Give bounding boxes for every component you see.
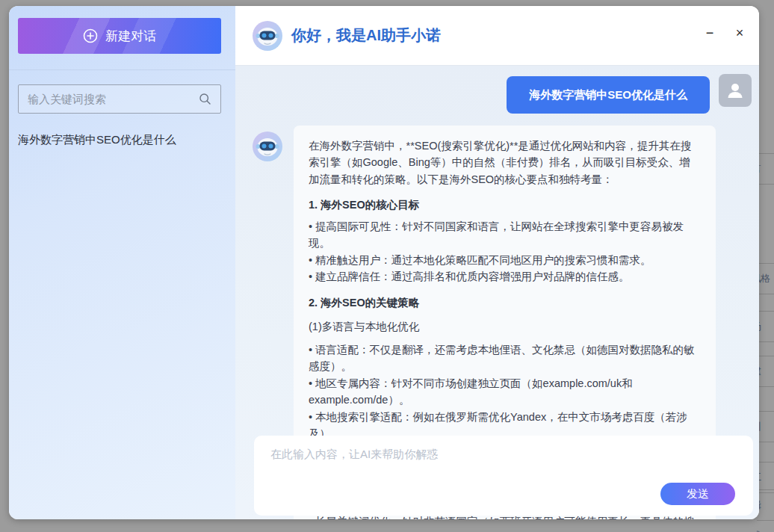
user-message-bubble: 海外数字营销中SEO优化是什么 (507, 76, 710, 114)
background-text-fragment: 工 (757, 462, 774, 493)
chat-body: 海外数字营销中SEO优化是什么 (235, 66, 759, 519)
background-text-fragment: 辑 (757, 489, 774, 521)
search-box (18, 84, 221, 114)
ai-message-bullet: 提高国际可见性：针对不同国家和语言，让网站在全球搜索引擎中更容易被发现。 (309, 218, 701, 252)
search-icon (199, 93, 211, 105)
message-input[interactable] (254, 436, 753, 479)
conversation-list: 海外数字营销中SEO优化是什么 (9, 126, 235, 155)
ai-message-bullet: 语言适配：不仅是翻译，还需考虑本地俚语、文化禁忌（如德国对数据隐私的敏感度）。 (309, 341, 701, 375)
ai-message-h: 2. 海外SEO的关键策略 (309, 294, 701, 311)
background-text-fragment: 训 (757, 411, 774, 442)
sidebar: 新建对话 海外数字营销中SEO优化是什么 (9, 6, 235, 519)
background-text-fragment: 建 (757, 356, 774, 387)
ai-message-p: 在海外数字营销中，**SEO(搜索引擎优化)**是通过优化网站和内容，提升其在搜… (309, 137, 701, 188)
ai-message-sub: (1)多语言与本地化优化 (309, 318, 701, 335)
background-text-fragment: 风格 (757, 263, 774, 294)
conversation-list-item[interactable]: 海外数字营销中SEO优化是什么 (9, 126, 235, 155)
person-icon (724, 79, 746, 102)
background-text-fragment: 汤 (757, 311, 774, 342)
assistant-avatar-icon (253, 21, 282, 51)
window-controls: − × (701, 24, 749, 42)
user-avatar (719, 74, 752, 107)
new-chat-button[interactable]: 新建对话 (18, 18, 221, 54)
background-text-fragment: 言 (757, 153, 774, 185)
chat-header: 你好，我是AI助手小诺 − × (235, 6, 759, 66)
new-chat-label: 新建对话 (105, 28, 156, 45)
ai-message-bullet: 建立品牌信任：通过高排名和优质内容增强用户对品牌的信任感。 (309, 268, 701, 285)
assistant-avatar-icon (253, 132, 282, 161)
background-text-fragment: 浅 (757, 520, 774, 532)
ai-message-h: 1. 海外SEO的核心目标 (309, 197, 701, 213)
search-input[interactable] (28, 93, 193, 105)
composer: 发送 (254, 436, 753, 516)
minimize-button[interactable]: − (701, 24, 719, 42)
sidebar-divider (9, 69, 235, 70)
main-panel: 你好，我是AI助手小诺 − × 海外数字营销中SEO优化是什么 (235, 6, 759, 519)
ai-message-bullet: 精准触达用户：通过本地化策略匹配不同地区用户的搜索习惯和需求。 (309, 252, 701, 268)
ai-message-bullet: 地区专属内容：针对不同市场创建独立页面（如example.com/uk和exam… (309, 375, 701, 409)
send-button[interactable]: 发送 (660, 483, 735, 505)
app-window: 新建对话 海外数字营销中SEO优化是什么 (9, 6, 759, 519)
assistant-title: 你好，我是AI助手小诺 (291, 25, 441, 46)
plus-circle-icon (83, 28, 98, 43)
close-button[interactable]: × (731, 24, 749, 42)
